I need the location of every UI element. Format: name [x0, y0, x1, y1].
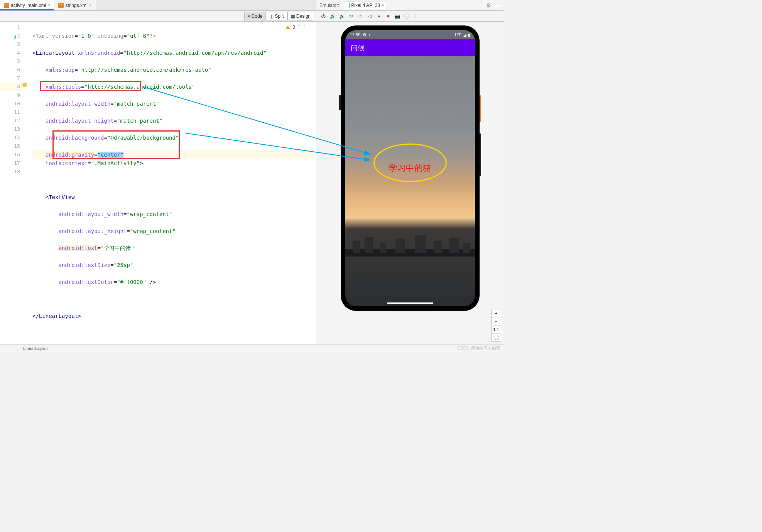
signal-icon: ◢	[463, 33, 466, 37]
tab-label: strings.xml	[65, 3, 87, 8]
class-icon: C	[14, 35, 16, 39]
navigation-bar[interactable]	[387, 302, 433, 304]
zoom-fit-button[interactable]: 1:1	[492, 326, 501, 334]
lte-label: LTE	[455, 33, 462, 37]
volume-down-icon[interactable]: 🔉	[339, 13, 345, 19]
camera-icon[interactable]: 📷	[394, 13, 400, 19]
tab-activity-main[interactable]: activity_main.xml ×	[0, 0, 54, 10]
svg-rect-3	[380, 243, 386, 253]
status-time: 11:59	[350, 32, 361, 37]
emulator-bar: Emulator: Pixel 4 API 33 × ⚙ —	[316, 0, 503, 11]
gear-icon[interactable]: ⚙	[486, 2, 491, 8]
debug-status-icon: ▪	[369, 32, 370, 37]
breadcrumb[interactable]: LinearLayout	[23, 346, 48, 351]
editor-tabs: activity_main.xml × strings.xml ×	[0, 0, 316, 11]
battery-icon: ▮	[468, 33, 470, 37]
device-selector[interactable]: Pixel 4 API 33 ×	[343, 2, 387, 9]
watermark: CSDN @咖学习中的猪	[458, 345, 500, 351]
back-icon[interactable]: ◁	[367, 13, 373, 19]
view-mode-design[interactable]: ▦Design	[287, 12, 314, 20]
skyline-decoration	[345, 233, 475, 257]
app-title: 问候	[351, 43, 365, 52]
app-bar: 问候	[345, 39, 475, 56]
view-mode-code[interactable]: ≡Code	[244, 12, 266, 20]
svg-rect-6	[434, 241, 442, 253]
emulator-toolbar: ⏻ 🔊 🔉 ⟲ ⟳ ◁ ● ■ 📷 🕒 ⋮	[316, 11, 503, 21]
svg-rect-5	[415, 235, 426, 253]
overview-icon[interactable]: ■	[385, 13, 391, 19]
tab-strings[interactable]: strings.xml ×	[54, 0, 96, 10]
power-icon[interactable]: ⏻	[320, 13, 326, 19]
minimize-icon[interactable]: —	[495, 2, 500, 8]
code-editor[interactable]: 1 2C 3 4 5 6 7 8 9 10 11 12 13 14 15 16 …	[0, 22, 316, 344]
volume-up-icon[interactable]: 🔊	[329, 13, 336, 19]
svg-rect-2	[365, 237, 373, 253]
svg-rect-1	[353, 241, 360, 253]
svg-rect-8	[463, 243, 470, 253]
emulator-pane: 11:59 ⚙ ▪ LTE ◢ ▮ 问候 学习中的猪	[316, 22, 503, 344]
problems-indicator[interactable]: 2 ˆ ˇ	[286, 23, 306, 32]
side-button[interactable]	[339, 95, 341, 110]
xml-file-icon	[58, 3, 64, 8]
close-icon[interactable]: ×	[382, 3, 384, 8]
home-icon[interactable]: ●	[376, 13, 382, 19]
zoom-out-button[interactable]: −	[492, 318, 501, 326]
device-name: Pixel 4 API 33	[351, 3, 380, 8]
chevron-up-icon[interactable]: ˆ	[298, 23, 301, 32]
ide-status-bar: LinearLayout	[0, 344, 503, 352]
power-button[interactable]	[480, 95, 481, 122]
svg-rect-4	[395, 239, 405, 253]
rotate-right-icon[interactable]: ⟳	[357, 13, 363, 19]
code-area[interactable]: <?xml version="1.0" encoding="utf-8"?> <…	[29, 22, 316, 344]
gear-status-icon: ⚙	[363, 32, 367, 37]
warning-icon	[286, 25, 290, 29]
close-icon[interactable]: ×	[47, 3, 50, 8]
editor-toolbar: ≡Code ◫Split ▦Design	[0, 11, 316, 21]
xml-file-icon	[4, 3, 9, 8]
tab-label: activity_main.xml	[11, 3, 46, 8]
more-icon[interactable]: ⋮	[413, 13, 419, 19]
rotate-left-icon[interactable]: ⟲	[348, 13, 354, 19]
phone-icon	[346, 3, 350, 8]
close-icon[interactable]: ×	[89, 3, 92, 8]
chevron-down-icon[interactable]: ˇ	[303, 23, 306, 32]
zoom-controls: + − 1:1 ⛶	[491, 309, 501, 342]
center-textview: 学习中的猪	[389, 162, 431, 174]
volume-button[interactable]	[480, 133, 481, 176]
warning-count: 2	[292, 23, 295, 32]
view-mode-split[interactable]: ◫Split	[266, 12, 287, 20]
status-bar: 11:59 ⚙ ▪ LTE ◢ ▮	[345, 30, 475, 39]
svg-rect-7	[449, 238, 459, 253]
zoom-in-button[interactable]: +	[492, 309, 501, 318]
snapshot-icon[interactable]: 🕒	[404, 13, 410, 19]
phone-frame: 11:59 ⚙ ▪ LTE ◢ ▮ 问候 学习中的猪	[341, 25, 480, 311]
line-gutter: 1 2C 3 4 5 6 7 8 9 10 11 12 13 14 15 16 …	[0, 22, 22, 344]
emulator-label: Emulator:	[319, 3, 339, 8]
zoom-full-button[interactable]: ⛶	[492, 334, 501, 341]
quickfix-bulb-icon[interactable]	[22, 83, 27, 87]
phone-screen[interactable]: 11:59 ⚙ ▪ LTE ◢ ▮ 问候 学习中的猪	[345, 30, 475, 306]
